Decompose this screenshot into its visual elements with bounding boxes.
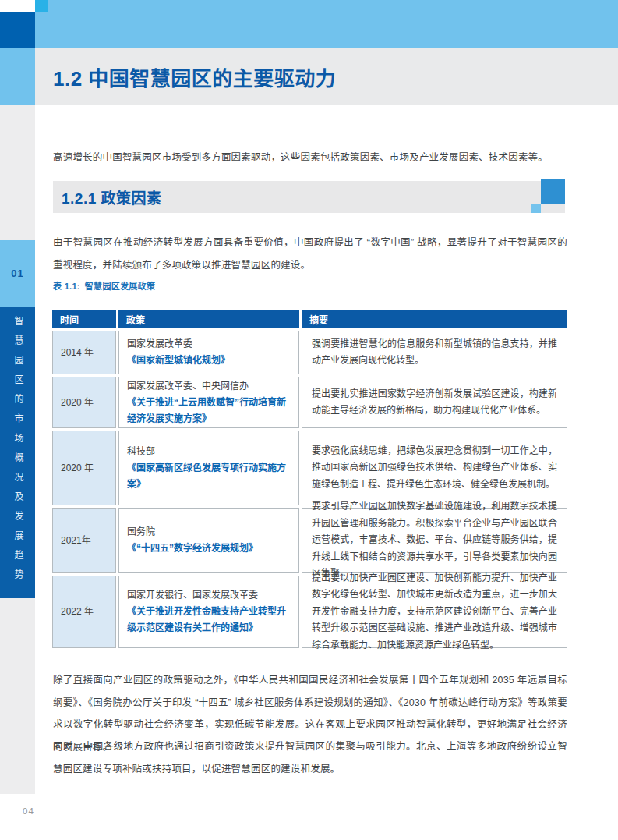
table-row-summary: 提出要扎实推进国家数字经济创新发展试验区建设，构建新动能主导经济发展的新格局，助… xyxy=(302,377,567,428)
table-row-time: 2020 年 xyxy=(52,377,116,428)
policy-org: 国家发展改革委 xyxy=(127,336,291,353)
heading-accent-square-big xyxy=(541,179,565,204)
policy-title: 《国家新型城镇化规划》 xyxy=(127,353,291,369)
policy-org: 国家发展改革委、中央网信办 xyxy=(127,378,291,395)
column-header-policy: 政策 xyxy=(118,310,299,328)
summary-text: 强调要推进智慧化的信息服务和新型城镇的信息支持，并推动产业发展向现代化转型。 xyxy=(312,336,557,370)
table-caption-label: 表 1.1: xyxy=(53,282,80,291)
chapter-number-badge: 01 xyxy=(0,240,35,307)
policy-title: 《关于推进开发性金融支持产业转型升级示范区建设有关工作的通知》 xyxy=(127,604,291,636)
subsection-heading-band: 1.2.1 政策因素 xyxy=(53,181,565,213)
section-title: 1.2 中国智慧园区的主要驱动力 xyxy=(53,48,336,105)
policy-lead-paragraph: 由于智慧园区在推动经济转型发展方面具备重要价值，中国政府提出了 “数字中国” 战… xyxy=(53,232,567,276)
policy-org: 国家开发银行、国家发展改革委 xyxy=(127,587,291,604)
table-row-summary: 要求引导产业园区加快数字基础设施建设，利用数字技术提升园区管理和服务能力。积极探… xyxy=(302,508,567,573)
table-row-summary: 强调要推进智慧化的信息服务和新型城镇的信息支持，并推动产业发展向现代化转型。 xyxy=(302,331,567,374)
rail-gray-block-top xyxy=(0,105,35,240)
subsection-heading: 1.2.1 政策因素 xyxy=(53,186,162,207)
summary-text: 提出要扎实推进国家数字经济创新发展试验区建设，构建新动能主导经济发展的新格局，助… xyxy=(312,386,557,420)
top-lightblue-band xyxy=(35,0,618,48)
table-row-time: 2022 年 xyxy=(52,576,116,648)
policy-table: 时间 政策 摘要 2014 年 国家发展改革委 《国家新型城镇化规划》 强调要推… xyxy=(52,310,567,648)
corner-cyan-square xyxy=(35,0,48,12)
summary-text: 要求强化底线思维，把绿色发展理念贯彻到一切工作之中，推动国家高新区加强绿色技术供… xyxy=(312,443,557,494)
corner-navy-square xyxy=(0,12,35,48)
report-page: 01 智慧园区的市场概况及发展趋势 1.2 中国智慧园区的主要驱动力 高速增长的… xyxy=(0,0,618,840)
heading-accent-square-small xyxy=(531,204,541,213)
policy-title: 《关于推进“上云用数赋智”行动培育新经济发展实施方案》 xyxy=(127,395,291,427)
chapter-vertical-title: 智慧园区的市场概况及发展趋势 xyxy=(0,316,35,589)
table-row-summary: 要求强化底线思维，把绿色发展理念贯彻到一切工作之中，推动国家高新区加强绿色技术供… xyxy=(302,431,567,505)
table-row-summary: 提出要以加快产业园区建设、加快创新能力提升、加快产业数字化绿色化转型、加快城市更… xyxy=(302,576,567,648)
table-row-time: 2014 年 xyxy=(52,331,116,374)
column-header-time: 时间 xyxy=(52,310,116,328)
column-header-summary: 摘要 xyxy=(302,310,567,328)
table-row-policy: 科技部 《国家高新区绿色发展专项行动实施方案》 xyxy=(118,431,299,505)
table-caption-title: 智慧园区发展政策 xyxy=(85,282,155,291)
chapter-vertical-strip: 智慧园区的市场概况及发展趋势 xyxy=(0,307,35,598)
table-row-policy: 国务院 《“十四五”数字经济发展规划》 xyxy=(118,508,299,573)
page-number: 04 xyxy=(23,806,34,816)
policy-org: 科技部 xyxy=(127,444,291,460)
policy-title: 《国家高新区绿色发展专项行动实施方案》 xyxy=(127,460,291,493)
table-row-time: 2021年 xyxy=(52,508,116,573)
policy-title: 《“十四五”数字经济发展规划》 xyxy=(127,541,291,557)
table-row-policy: 国家发展改革委、中央网信办 《关于推进“上云用数赋智”行动培育新经济发展实施方案… xyxy=(118,377,299,428)
summary-text: 提出要以加快产业园区建设、加快创新能力提升、加快产业数字化绿色化转型、加快城市更… xyxy=(312,570,557,654)
table-row-time: 2020 年 xyxy=(52,431,116,505)
rail-gray-block-bottom xyxy=(0,598,35,794)
policy-org: 国务院 xyxy=(127,524,291,541)
table-row-policy: 国家开发银行、国家发展改革委 《关于推进开发性金融支持产业转型升级示范区建设有关… xyxy=(118,576,299,648)
closing-paragraph-2: 同时，中国各级地方政府也通过招商引资政策来提升智慧园区的集聚与吸引能力。北京、上… xyxy=(53,735,567,780)
table-caption: 表 1.1:智慧园区发展政策 xyxy=(53,279,155,292)
rail-lightblue-block xyxy=(0,48,35,105)
table-row-policy: 国家发展改革委 《国家新型城镇化规划》 xyxy=(118,331,299,374)
intro-paragraph: 高速增长的中国智慧园区市场受到多方面因素驱动，这些因素包括政策因素、市场及产业发… xyxy=(53,147,567,169)
